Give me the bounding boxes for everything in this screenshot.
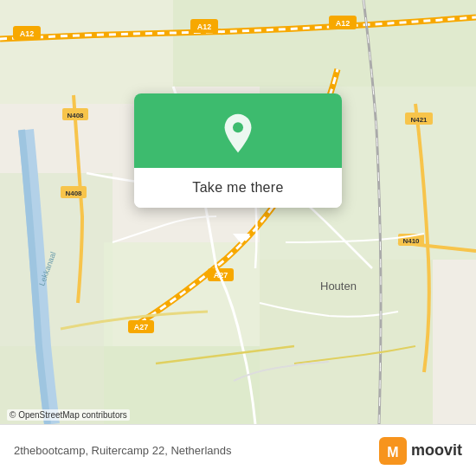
moovit-logo-icon: M [379,437,407,465]
svg-text:M: M [387,445,398,460]
svg-rect-2 [173,0,476,87]
svg-rect-1 [0,0,173,104]
address-text: 2thebootcamp, Ruitercamp 22, Netherlands [14,444,231,457]
osm-attribution: © OpenStreetMap contributors [7,409,130,421]
popup-tail [233,234,250,244]
svg-text:Houten: Houten [320,280,357,293]
svg-text:N408: N408 [67,112,84,119]
footer: 2thebootcamp, Ruitercamp 22, Netherlands… [0,424,476,476]
svg-rect-4 [0,173,113,346]
svg-text:A27: A27 [134,323,149,331]
svg-text:N421: N421 [410,116,428,124]
svg-text:A12: A12 [197,23,212,31]
map-container: Lekkanaal A12 A12 A12 N408 N408 A27 A27 … [0,0,476,424]
svg-text:A12: A12 [336,19,351,28]
moovit-logo-text: moovit [411,441,462,460]
popup-card: Take me there [134,93,342,208]
map-background: Lekkanaal A12 A12 A12 N408 N408 A27 A27 … [0,0,476,424]
popup-green-header [134,93,342,168]
svg-text:N408: N408 [65,190,82,197]
svg-text:A12: A12 [20,29,35,38]
take-me-there-button[interactable]: Take me there [134,168,342,208]
svg-text:N410: N410 [402,237,420,245]
svg-point-28 [233,122,243,132]
location-pin-icon [217,113,259,154]
moovit-logo: M moovit [379,437,462,465]
